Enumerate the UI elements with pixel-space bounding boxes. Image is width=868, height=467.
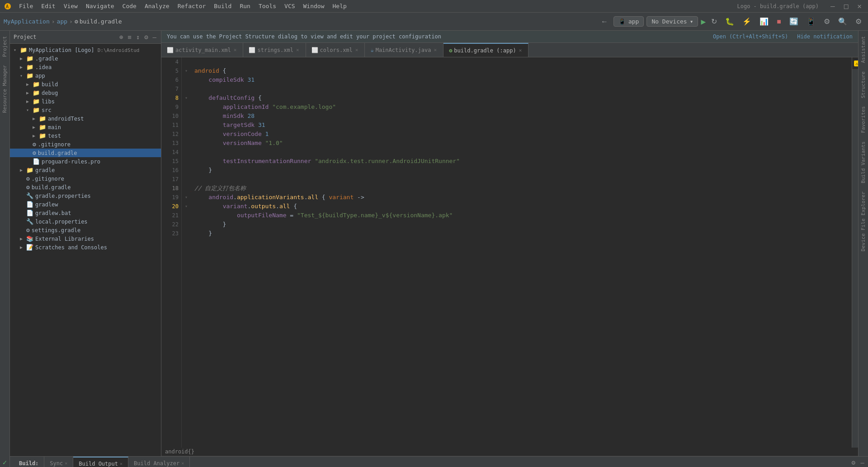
back-button[interactable]: ←	[598, 16, 611, 28]
tree-main-folder[interactable]: ▶ 📁 main	[10, 123, 161, 131]
tab-strings-xml[interactable]: ⬜ strings.xml ✕	[243, 43, 306, 57]
menu-run[interactable]: Run	[236, 2, 254, 10]
project-collapse-icon[interactable]: ≡	[127, 33, 132, 42]
sync-project-button[interactable]: 🔄	[787, 15, 801, 28]
fold-icon-5[interactable]: ▾	[182, 66, 191, 75]
bottom-tab-build-analyzer[interactable]: Build Analyzer ✕	[128, 457, 190, 467]
menu-help[interactable]: Help	[329, 2, 350, 10]
resource-manager-label[interactable]: Resource Manager	[1, 61, 9, 117]
tree-settings-gradle[interactable]: ⚙ settings.gradle	[10, 226, 161, 234]
build-success-icon[interactable]: ✓	[3, 458, 7, 467]
menu-build[interactable]: Build	[210, 2, 235, 10]
attach-debugger-button[interactable]: ⚡	[740, 15, 754, 28]
code-line-8: defaultConfig {	[194, 93, 848, 103]
tree-androidtest-folder[interactable]: ▶ 📁 androidTest	[10, 114, 161, 123]
menu-analyze[interactable]: Analyze	[141, 2, 173, 10]
menu-refactor[interactable]: Refactor	[174, 2, 210, 10]
device-file-explorer-label[interactable]: Device File Explorer	[859, 188, 867, 255]
tab-colors-xml[interactable]: ⬜ colors.xml ✕	[306, 43, 365, 57]
breadcrumb-file[interactable]: ⚙build.gradle	[75, 18, 122, 25]
tree-scratches[interactable]: ▶ 📝 Scratches and Consoles	[10, 243, 161, 252]
tab-close-build-output[interactable]: ✕	[120, 461, 123, 466]
project-settings-icon[interactable]: ⚙	[143, 33, 149, 42]
tree-gitignore-root[interactable]: ⚙ .gitignore	[10, 174, 161, 183]
editor-scrollbar[interactable]: ⚠1 ▲ ▼	[852, 57, 858, 448]
menu-code[interactable]: Code	[119, 2, 140, 10]
menu-tools[interactable]: Tools	[255, 2, 280, 10]
bottom-minimize-icon[interactable]: —	[861, 459, 864, 466]
no-devices-dropdown[interactable]: No Devices ▾	[646, 16, 698, 27]
notification-hide-link[interactable]: Hide notification	[797, 33, 853, 40]
bottom-settings-icon[interactable]: ⚙	[852, 459, 855, 466]
tab-close-build-analyzer[interactable]: ✕	[181, 461, 184, 466]
tab-close-icon[interactable]: ✕	[354, 47, 359, 53]
tree-root[interactable]: ▾ 📁 MyApplication [Logo] D:\AndroidStud	[10, 46, 161, 54]
sdk-manager-button[interactable]: ⚙	[821, 15, 833, 28]
minimize-button[interactable]: —	[828, 1, 838, 11]
close-button[interactable]: ✕	[854, 1, 864, 11]
tree-gradle-folder[interactable]: ▶ 📁 .gradle	[10, 54, 161, 63]
tree-src-folder[interactable]: ▾ 📁 src	[10, 106, 161, 114]
tree-test-folder[interactable]: ▶ 📁 test	[10, 131, 161, 140]
structure-panel-label[interactable]: Structure	[859, 68, 867, 102]
device-selector[interactable]: 📱 app	[613, 16, 644, 27]
tab-mainactivity-java[interactable]: ☕ MainActivity.java ✕	[365, 43, 443, 57]
maximize-button[interactable]: □	[841, 1, 851, 11]
stop-button[interactable]: ■	[774, 16, 784, 28]
tree-debug-folder[interactable]: ▶ 📁 debug	[10, 89, 161, 97]
profile-button[interactable]: 📊	[757, 15, 771, 28]
warning-badge: ⚠1	[854, 61, 858, 66]
avd-manager-button[interactable]: 📱	[804, 15, 818, 28]
bottom-tab-build-output[interactable]: Build Output ✕	[73, 457, 128, 467]
tree-app-folder[interactable]: ▾ 📁 app	[10, 71, 161, 80]
tree-local-properties[interactable]: 🔧 local.properties	[10, 217, 161, 226]
build-variants-panel-label[interactable]: Build Variants	[859, 138, 867, 187]
tree-external-libs[interactable]: ▶ 📚 External Libraries	[10, 234, 161, 243]
tab-build-gradle-app[interactable]: ⚙ build.gradle (:app) ✕	[443, 43, 528, 57]
settings-button[interactable]: ⚙	[853, 15, 864, 28]
code-content[interactable]: android { compileSdk 31 defaultConfig { …	[191, 57, 852, 448]
breadcrumb-project[interactable]: MyApplication	[4, 18, 50, 25]
project-sort-icon[interactable]: ↕	[135, 33, 141, 42]
tree-gitignore-app[interactable]: ⚙ .gitignore	[10, 140, 161, 149]
project-scope-icon[interactable]: ⊕	[118, 33, 124, 42]
breadcrumb-module[interactable]: app	[57, 18, 67, 25]
tab-close-icon[interactable]: ✕	[518, 47, 523, 54]
tree-gradlew-bat[interactable]: 📄 gradlew.bat	[10, 209, 161, 217]
tree-build-gradle-app[interactable]: ⚙ build.gradle	[10, 149, 161, 157]
tree-proguard[interactable]: 📄 proguard-rules.pro	[10, 157, 161, 166]
debug-button[interactable]: 🐛	[722, 15, 737, 28]
refresh-button[interactable]: ↻	[708, 15, 720, 28]
menu-file[interactable]: File	[15, 2, 37, 10]
tree-gradle-properties[interactable]: 🔧 gradle.properties	[10, 191, 161, 200]
project-panel-label[interactable]: Project	[1, 33, 9, 61]
menu-edit[interactable]: Edit	[38, 2, 59, 10]
folder-icon: 📁	[33, 89, 40, 96]
menu-window[interactable]: Window	[300, 2, 328, 10]
favorites-panel-label[interactable]: Favorites	[859, 103, 867, 137]
tree-gradle-root[interactable]: ▶ 📁 gradle	[10, 166, 161, 174]
notification-open-link[interactable]: Open (Ctrl+Alt+Shift+S)	[713, 33, 788, 40]
menu-vcs[interactable]: VCS	[281, 2, 298, 10]
tree-build-folder[interactable]: ▶ 📁 build	[10, 80, 161, 89]
assistant-panel-label[interactable]: Assistant	[859, 33, 867, 67]
tab-close-sync[interactable]: ✕	[65, 461, 67, 466]
fold-icon-19[interactable]: ▾	[182, 193, 191, 202]
tab-activity-main-xml[interactable]: ⬜ activity_main.xml ✕	[161, 43, 243, 57]
tab-close-icon[interactable]: ✕	[433, 47, 438, 53]
menu-navigate[interactable]: Navigate	[82, 2, 118, 10]
tab-close-icon[interactable]: ✕	[295, 47, 300, 53]
tree-libs-folder[interactable]: ▶ 📁 libs	[10, 97, 161, 106]
tree-idea-folder[interactable]: ▶ 📁 .idea	[10, 63, 161, 71]
tree-gradlew[interactable]: 📄 gradlew	[10, 200, 161, 209]
project-close-icon[interactable]: —	[152, 33, 157, 42]
fold-icon-8[interactable]: ▾	[182, 93, 191, 103]
bottom-tab-sync[interactable]: Sync ✕	[44, 457, 73, 467]
menu-view[interactable]: View	[60, 2, 81, 10]
tree-build-gradle-root[interactable]: ⚙ build.gradle	[10, 183, 161, 191]
code-editor[interactable]: 4 5 6 7 8 9 10 11 12 13 14 15 16 17	[161, 57, 852, 448]
tab-close-icon[interactable]: ✕	[233, 47, 238, 53]
search-everywhere-button[interactable]: 🔍	[835, 15, 850, 28]
run-button[interactable]: ▶	[701, 17, 706, 26]
fold-icon-20[interactable]: ▾	[182, 202, 191, 211]
